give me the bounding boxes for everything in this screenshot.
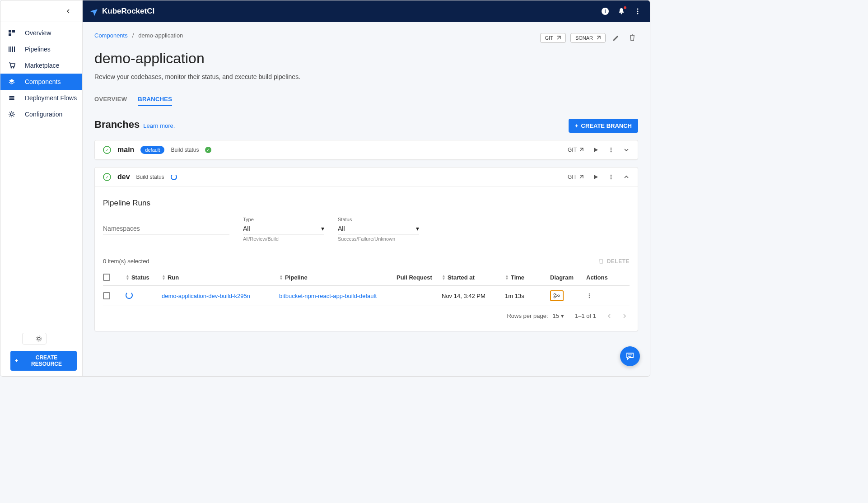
bell-icon[interactable] xyxy=(617,7,625,15)
learn-more-link[interactable]: Learn more. xyxy=(143,122,175,129)
pagination: Rows per page: 15 ▾ 1–1 of 1 xyxy=(103,306,630,321)
filters-row: Type All ▾ All/Review/Build Status All xyxy=(103,217,630,242)
layers-icon xyxy=(7,78,17,85)
delete-header-button[interactable] xyxy=(626,32,638,44)
filter-status: Status All ▾ Success/Failure/Unknown xyxy=(338,217,419,242)
tab-overview[interactable]: OVERVIEW xyxy=(94,93,127,106)
table-row: demo-application-dev-build-k295n bitbuck… xyxy=(103,286,630,306)
svg-point-23 xyxy=(611,175,612,176)
branch-name: dev xyxy=(117,173,130,181)
sidebar-item-marketplace[interactable]: Marketplace xyxy=(0,57,82,74)
time-cell: 1m 13s xyxy=(505,293,550,299)
header-actions: GIT SONAR xyxy=(540,32,638,44)
open-external-icon xyxy=(556,36,561,41)
table-header: ▲▼Status ▲▼Run ▲▼Pipeline Pull Request ▲… xyxy=(103,269,630,286)
breadcrumb-and-title: Components / demo-application xyxy=(94,32,183,39)
selected-count: 0 item(s) selected xyxy=(103,258,149,265)
sidebar-item-overview[interactable]: Overview xyxy=(0,25,82,41)
dropdown-icon: ▾ xyxy=(561,312,564,319)
info-icon[interactable]: i xyxy=(601,7,609,15)
page-description: Review your codebases, monitor their sta… xyxy=(94,73,638,80)
svg-point-8 xyxy=(13,67,14,69)
rocket-icon: ➤ xyxy=(88,5,101,18)
sidebar-item-configuration[interactable]: Configuration xyxy=(0,106,82,122)
breadcrumb-current: demo-application xyxy=(138,32,183,39)
status-select[interactable]: All ▾ xyxy=(338,223,419,234)
svg-rect-10 xyxy=(9,98,14,100)
svg-point-24 xyxy=(611,177,612,178)
brush-icon[interactable] xyxy=(26,335,33,342)
breadcrumb: Components / demo-application xyxy=(94,32,183,39)
prev-page-button[interactable] xyxy=(607,314,611,318)
rows-per-page-select[interactable]: 15 ▾ xyxy=(553,312,564,319)
sidebar-tool-icons xyxy=(22,333,47,345)
svg-point-13 xyxy=(36,336,42,341)
play-icon[interactable] xyxy=(593,147,599,153)
branch-actions-main: GIT xyxy=(568,147,630,153)
branch-panel-main: ✓ main default Build status ✓ GIT xyxy=(94,140,638,160)
sidebar-item-pipelines[interactable]: Pipelines xyxy=(0,41,82,57)
chat-fab[interactable] xyxy=(620,346,640,366)
page-title: demo-application xyxy=(94,50,638,67)
more-vert-icon[interactable] xyxy=(608,147,614,153)
svg-point-21 xyxy=(611,149,612,151)
svg-point-11 xyxy=(10,113,13,116)
chevron-up-icon[interactable] xyxy=(623,174,630,180)
filter-status-label: Status xyxy=(338,217,419,222)
spinner-icon xyxy=(171,174,177,180)
sidebar-item-deployment-flows[interactable]: Deployment Flows xyxy=(0,90,82,106)
page-range: 1–1 of 1 xyxy=(575,312,596,319)
row-checkbox[interactable] xyxy=(103,292,110,299)
col-time[interactable]: ▲▼Time xyxy=(505,274,550,281)
col-status[interactable]: ▲▼Status xyxy=(126,274,162,281)
svg-point-25 xyxy=(611,178,612,180)
create-resource-label: CREATE RESOURCE xyxy=(21,354,72,367)
svg-rect-6 xyxy=(14,47,15,52)
diagram-button[interactable] xyxy=(550,290,564,301)
svg-point-29 xyxy=(589,293,590,295)
create-branch-button[interactable]: + CREATE BRANCH xyxy=(569,119,638,133)
tab-branches[interactable]: BRANCHES xyxy=(138,93,172,106)
row-actions-icon[interactable] xyxy=(586,293,613,299)
delete-selected-button[interactable]: DELETE xyxy=(598,258,630,265)
run-link[interactable]: demo-application-dev-build-k295n xyxy=(162,293,250,299)
app-name: KubeRocketCI xyxy=(102,7,154,16)
breadcrumb-root[interactable]: Components xyxy=(94,32,128,39)
branch-git-link[interactable]: GIT xyxy=(568,174,583,180)
collapse-sidebar-icon[interactable] xyxy=(66,9,70,14)
git-external-button[interactable]: GIT xyxy=(540,33,566,43)
pipeline-link[interactable]: bitbucket-npm-react-app-build-default xyxy=(279,293,377,299)
build-status-label: Build status xyxy=(171,147,199,153)
pipeline-runs-title: Pipeline Runs xyxy=(103,199,630,208)
edit-button[interactable] xyxy=(610,32,622,44)
cart-icon xyxy=(7,62,17,69)
type-select[interactable]: All ▾ xyxy=(243,223,324,234)
select-all-checkbox[interactable] xyxy=(103,274,110,281)
branch-header-main[interactable]: ✓ main default Build status ✓ GIT xyxy=(95,140,638,159)
cog-small-icon[interactable] xyxy=(35,335,42,342)
col-run[interactable]: ▲▼Run xyxy=(162,274,279,281)
col-pipeline[interactable]: ▲▼Pipeline xyxy=(279,274,397,281)
started-at-cell: Nov 14, 3:42 PM xyxy=(442,293,505,299)
namespaces-input[interactable] xyxy=(103,223,229,234)
chevron-down-icon[interactable] xyxy=(623,147,630,153)
branch-git-link[interactable]: GIT xyxy=(568,147,583,153)
branch-actions-dev: GIT xyxy=(568,174,630,180)
create-resource-button[interactable]: + CREATE RESOURCE xyxy=(10,351,77,371)
play-icon[interactable] xyxy=(593,174,599,180)
sonar-external-button[interactable]: SONAR xyxy=(570,33,606,43)
col-started-at[interactable]: ▲▼Started at xyxy=(442,274,505,281)
nav-label: Overview xyxy=(25,29,51,37)
create-branch-label: CREATE BRANCH xyxy=(581,122,632,129)
svg-rect-0 xyxy=(9,30,11,33)
svg-point-31 xyxy=(589,297,590,298)
more-vert-icon[interactable] xyxy=(634,7,642,15)
sidebar-item-components[interactable]: Components xyxy=(0,74,82,90)
topbar-actions: i xyxy=(601,7,642,15)
app-logo[interactable]: ➤ KubeRocketCI xyxy=(91,6,154,17)
run-spinner-icon xyxy=(126,292,133,299)
svg-point-18 xyxy=(637,11,639,12)
more-vert-icon[interactable] xyxy=(608,174,614,180)
branch-header-dev[interactable]: ✓ dev Build status GIT xyxy=(95,168,638,186)
next-page-button[interactable] xyxy=(622,314,627,318)
